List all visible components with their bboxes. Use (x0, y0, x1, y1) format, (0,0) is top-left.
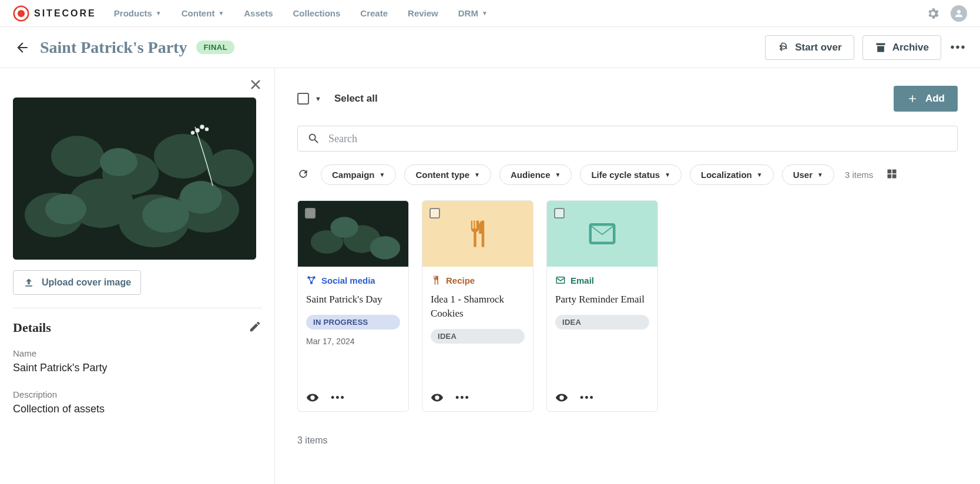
card-title: Party Reminder Email (555, 293, 649, 307)
chevron-down-icon: ▼ (555, 172, 561, 178)
grid-icon (886, 168, 898, 180)
search-input[interactable] (328, 133, 948, 145)
brand-name: SITECORE (34, 8, 96, 19)
chevron-down-icon: ▼ (474, 172, 480, 178)
view-toggle-button[interactable] (886, 168, 898, 182)
card-thumbnail (547, 201, 657, 267)
pencil-icon (249, 320, 261, 333)
search-box[interactable] (297, 126, 958, 152)
filter-campaign[interactable]: Campaign▼ (321, 164, 396, 185)
chevron-down-icon: ▼ (218, 10, 224, 16)
upload-cover-button[interactable]: Upload cover image (13, 270, 141, 295)
archive-button[interactable]: Archive (862, 35, 941, 60)
page-header: Saint Patrick's Party FINAL Start over A… (0, 27, 980, 68)
filter-localization[interactable]: Localization▼ (690, 164, 774, 185)
refresh-icon (297, 168, 309, 180)
svg-point-18 (206, 128, 209, 131)
page-title: Saint Patrick's Party (40, 38, 187, 57)
description-label: Description (13, 389, 261, 399)
preview-icon[interactable] (555, 391, 568, 404)
cover-image (13, 98, 256, 260)
svg-point-10 (207, 149, 254, 187)
nav-collections[interactable]: Collections (293, 8, 340, 18)
cutlery-icon (462, 218, 494, 250)
archive-icon (875, 42, 887, 53)
details-heading: Details (13, 320, 51, 335)
card-checkbox[interactable] (554, 208, 565, 219)
undo-icon (777, 42, 789, 53)
plus-icon (907, 93, 918, 105)
card-status: IDEA (555, 315, 649, 330)
svg-point-1 (18, 9, 25, 16)
sitecore-logo-icon (13, 5, 29, 22)
chevron-down-icon: ▼ (482, 10, 488, 16)
content-card[interactable]: Recipe Idea 1 - Shamrock Cookies IDEA ••… (422, 200, 533, 412)
chevron-down-icon: ▼ (664, 172, 670, 178)
name-label: Name (13, 348, 261, 358)
card-thumbnail (422, 201, 533, 267)
svg-point-13 (100, 148, 137, 176)
more-actions-button[interactable]: ••• (949, 41, 967, 54)
card-grid: Social media Saint Patrick's Day IN PROG… (297, 200, 958, 412)
mail-icon (586, 218, 618, 250)
add-button[interactable]: Add (894, 86, 958, 112)
list-toolbar: ▼ Select all Add (297, 86, 958, 112)
nav-create[interactable]: Create (360, 8, 388, 18)
edit-details-button[interactable] (249, 320, 261, 335)
card-thumbnail (298, 201, 408, 267)
close-icon (249, 78, 263, 92)
footer-item-count: 3 items (297, 435, 958, 446)
chevron-down-icon: ▼ (757, 172, 763, 178)
card-more-button[interactable]: ••• (331, 392, 345, 404)
filter-bar: Campaign▼ Content type▼ Audience▼ Life c… (297, 164, 958, 185)
card-title: Saint Patrick's Day (306, 293, 400, 307)
filter-content-type[interactable]: Content type▼ (404, 164, 491, 185)
svg-point-23 (330, 217, 358, 238)
svg-point-7 (51, 136, 104, 177)
user-avatar[interactable] (951, 5, 967, 22)
brand-logo[interactable]: SITECORE (13, 5, 96, 22)
card-status: IN PROGRESS (306, 315, 400, 330)
chevron-down-icon: ▼ (156, 10, 162, 16)
card-type: Recipe (431, 275, 525, 285)
start-over-button[interactable]: Start over (765, 35, 854, 60)
chevron-down-icon: ▼ (380, 172, 385, 178)
filter-user[interactable]: User▼ (782, 164, 834, 185)
nav-drm[interactable]: DRM▼ (458, 8, 488, 18)
card-checkbox[interactable] (305, 208, 316, 219)
top-nav: SITECORE Products▼ Content▼ Assets Colle… (0, 0, 980, 27)
preview-icon[interactable] (306, 391, 319, 404)
select-mode-dropdown[interactable]: ▼ (315, 95, 321, 102)
svg-point-8 (154, 134, 213, 179)
arrow-left-icon (15, 40, 30, 55)
nav-review[interactable]: Review (408, 8, 438, 18)
card-type: Email (555, 275, 649, 285)
nav-products[interactable]: Products▼ (114, 8, 162, 18)
description-value: Collection of assets (13, 403, 261, 415)
upload-icon (23, 277, 35, 288)
nav-content[interactable]: Content▼ (182, 8, 224, 18)
select-all-checkbox[interactable] (297, 93, 309, 105)
close-panel-button[interactable] (249, 78, 263, 94)
content-card[interactable]: Email Party Reminder Email IDEA ••• (546, 200, 658, 412)
refresh-button[interactable] (297, 168, 309, 182)
nav-links: Products▼ Content▼ Assets Collections Cr… (114, 8, 488, 18)
card-checkbox[interactable] (429, 208, 440, 219)
nav-assets[interactable]: Assets (244, 8, 273, 18)
content-card[interactable]: Social media Saint Patrick's Day IN PROG… (297, 200, 409, 412)
details-panel: Upload cover image Details Name Saint Pa… (0, 68, 275, 484)
svg-point-14 (180, 181, 222, 214)
name-value: Saint Patrick's Party (13, 362, 261, 374)
card-status: IDEA (431, 329, 525, 344)
item-count: 3 items (845, 170, 873, 180)
gear-icon[interactable] (926, 6, 940, 21)
mail-small-icon (555, 275, 566, 285)
filter-audience[interactable]: Audience▼ (499, 164, 572, 185)
select-all-label: Select all (334, 93, 378, 105)
preview-icon[interactable] (431, 391, 444, 404)
cutlery-small-icon (431, 275, 441, 285)
card-more-button[interactable]: ••• (580, 392, 595, 404)
filter-lifecycle[interactable]: Life cycle status▼ (580, 164, 682, 185)
back-button[interactable] (13, 38, 32, 57)
card-more-button[interactable]: ••• (455, 392, 470, 404)
